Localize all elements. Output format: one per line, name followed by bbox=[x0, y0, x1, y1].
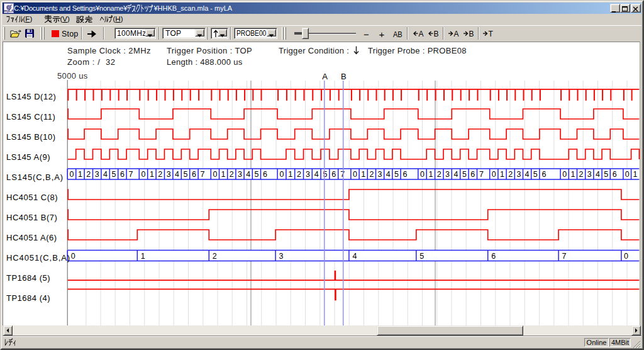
svg-text:0: 0 bbox=[562, 170, 567, 179]
svg-text:4: 4 bbox=[314, 170, 319, 179]
svg-text:HC4051 A(6): HC4051 A(6) bbox=[6, 233, 57, 242]
svg-text:A: A bbox=[322, 72, 328, 81]
svg-text:5: 5 bbox=[604, 170, 608, 179]
svg-text:1: 1 bbox=[141, 252, 145, 261]
svg-text:2: 2 bbox=[158, 170, 162, 179]
svg-text:6: 6 bbox=[541, 170, 546, 179]
svg-text:1: 1 bbox=[500, 170, 504, 179]
svg-text:7: 7 bbox=[201, 170, 205, 179]
svg-text:5: 5 bbox=[394, 170, 399, 179]
svg-text:TP1684 (4): TP1684 (4) bbox=[6, 293, 50, 303]
svg-text:LS145 B(10): LS145 B(10) bbox=[6, 132, 56, 142]
svg-text:B: B bbox=[434, 30, 439, 38]
svg-text:LS145 D(12): LS145 D(12) bbox=[6, 92, 56, 101]
svg-text:1: 1 bbox=[570, 170, 575, 179]
svg-text:6: 6 bbox=[263, 170, 267, 179]
svg-text:5000 us: 5000 us bbox=[57, 71, 88, 81]
svg-text:1: 1 bbox=[288, 170, 292, 179]
svg-text:6: 6 bbox=[192, 170, 196, 179]
svg-text:0: 0 bbox=[420, 170, 425, 179]
svg-text:2: 2 bbox=[86, 170, 91, 179]
svg-text:3: 3 bbox=[516, 170, 521, 179]
svg-text:3: 3 bbox=[445, 170, 450, 179]
svg-text:myLA: myLA bbox=[4, 9, 13, 13]
svg-text:5: 5 bbox=[419, 252, 424, 261]
svg-text:HC4051 B(7): HC4051 B(7) bbox=[6, 213, 57, 222]
svg-text:5: 5 bbox=[184, 170, 188, 179]
svg-text:6: 6 bbox=[403, 170, 408, 179]
svg-text:5: 5 bbox=[462, 170, 467, 179]
svg-text:3: 3 bbox=[238, 170, 242, 179]
svg-text:7: 7 bbox=[479, 170, 484, 179]
svg-text:0: 0 bbox=[70, 170, 74, 179]
svg-text:LS145 C(11): LS145 C(11) bbox=[6, 112, 55, 121]
svg-text:7: 7 bbox=[129, 170, 133, 179]
svg-text:3: 3 bbox=[95, 170, 99, 179]
svg-text:A: A bbox=[454, 30, 459, 38]
svg-text:Length : 488.000 us: Length : 488.000 us bbox=[167, 57, 243, 67]
svg-text:1: 1 bbox=[428, 170, 433, 179]
svg-text:5: 5 bbox=[112, 170, 116, 179]
svg-text:2: 2 bbox=[297, 170, 301, 179]
svg-text:1: 1 bbox=[78, 170, 82, 179]
svg-text:1: 1 bbox=[150, 170, 154, 179]
svg-text:5: 5 bbox=[254, 170, 258, 179]
svg-text:B: B bbox=[341, 72, 347, 81]
svg-text:6: 6 bbox=[331, 170, 336, 179]
svg-text:2: 2 bbox=[369, 170, 374, 179]
svg-text:LS145(C,B,A): LS145(C,B,A) bbox=[6, 172, 64, 182]
svg-text:B: B bbox=[469, 30, 474, 38]
svg-text:4: 4 bbox=[454, 170, 458, 179]
svg-text:3: 3 bbox=[167, 170, 171, 179]
svg-text:TP1684 (5): TP1684 (5) bbox=[6, 273, 50, 283]
svg-text:1: 1 bbox=[221, 170, 226, 179]
svg-text:2: 2 bbox=[579, 170, 584, 179]
svg-text:0: 0 bbox=[624, 252, 628, 261]
svg-text:7: 7 bbox=[340, 170, 345, 179]
svg-text:Trigger Position : TOP: Trigger Position : TOP bbox=[167, 46, 252, 55]
svg-text:5: 5 bbox=[323, 170, 328, 179]
svg-text:5: 5 bbox=[533, 170, 538, 179]
svg-text:0: 0 bbox=[142, 170, 146, 179]
svg-text:T: T bbox=[489, 30, 494, 38]
svg-text:6: 6 bbox=[470, 170, 475, 179]
svg-text:6: 6 bbox=[491, 252, 496, 261]
svg-text:1: 1 bbox=[633, 170, 638, 179]
svg-text:4: 4 bbox=[596, 170, 600, 179]
svg-text:HC4051 C(8): HC4051 C(8) bbox=[6, 193, 58, 202]
svg-text:4: 4 bbox=[175, 170, 179, 179]
svg-text:2: 2 bbox=[437, 170, 441, 179]
svg-text:2: 2 bbox=[230, 170, 234, 179]
svg-text:4: 4 bbox=[386, 170, 391, 179]
svg-text:3: 3 bbox=[587, 170, 592, 179]
svg-text:HC4051(C,B,A): HC4051(C,B,A) bbox=[6, 253, 70, 262]
svg-text:6: 6 bbox=[613, 170, 617, 179]
svg-text:0: 0 bbox=[625, 170, 630, 179]
svg-text:Zoom : / 32: Zoom : / 32 bbox=[67, 57, 116, 67]
svg-text:0: 0 bbox=[213, 170, 217, 179]
svg-text:7: 7 bbox=[562, 252, 567, 261]
svg-text:4: 4 bbox=[525, 170, 530, 179]
svg-text:4: 4 bbox=[246, 170, 250, 179]
svg-text:2: 2 bbox=[213, 252, 217, 261]
svg-text:0: 0 bbox=[492, 170, 496, 179]
svg-text:3: 3 bbox=[378, 170, 382, 179]
svg-text:3: 3 bbox=[306, 170, 310, 179]
svg-text:Trigger Probe : PROBE08: Trigger Probe : PROBE08 bbox=[368, 46, 467, 55]
svg-text:0: 0 bbox=[280, 170, 284, 179]
svg-text:4: 4 bbox=[103, 170, 108, 179]
svg-text:0: 0 bbox=[353, 170, 357, 179]
svg-text:6: 6 bbox=[120, 170, 125, 179]
svg-text:3: 3 bbox=[279, 252, 284, 261]
svg-text:A: A bbox=[419, 30, 424, 38]
svg-text:0: 0 bbox=[71, 252, 75, 261]
svg-text:Trigger Condition :: Trigger Condition : bbox=[279, 46, 349, 55]
svg-text:2: 2 bbox=[508, 170, 513, 179]
svg-text:LS145 A(9): LS145 A(9) bbox=[6, 152, 50, 162]
svg-text:1: 1 bbox=[361, 170, 365, 179]
svg-text:Sample Clock : 2MHz: Sample Clock : 2MHz bbox=[67, 46, 151, 55]
svg-text:4: 4 bbox=[352, 252, 357, 261]
